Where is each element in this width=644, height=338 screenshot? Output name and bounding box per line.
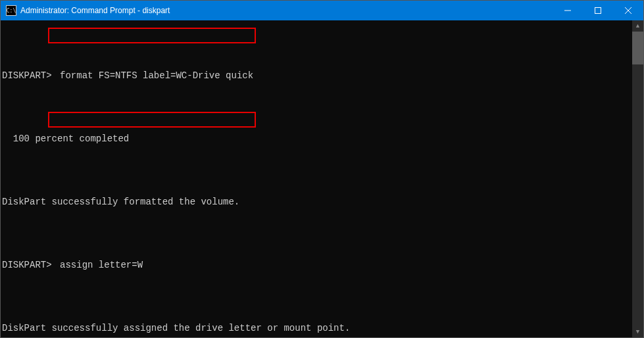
- terminal-line: DiskPart successfully assigned the drive…: [2, 318, 632, 338]
- terminal-line: DiskPart successfully formatted the volu…: [2, 191, 632, 212]
- command-text: format FS=NTFS label=WC-Drive quick: [57, 65, 256, 86]
- minimize-button[interactable]: [553, 1, 583, 20]
- output-text: DiskPart successfully assigned the drive…: [2, 318, 350, 338]
- terminal-line: DISKPART> format FS=NTFS label=WC-Drive …: [2, 65, 632, 86]
- output-text: DiskPart successfully formatted the volu…: [2, 191, 239, 212]
- highlight-box: [48, 28, 256, 43]
- vertical-scrollbar[interactable]: ▲ ▼: [632, 20, 643, 337]
- scroll-down-arrow[interactable]: ▼: [632, 326, 643, 337]
- terminal-output[interactable]: DISKPART> format FS=NTFS label=WC-Drive …: [1, 20, 632, 337]
- output-text: 100 percent completed: [2, 128, 129, 149]
- maximize-button[interactable]: [583, 1, 613, 20]
- window-title: Administrator: Command Prompt - diskpart: [20, 6, 170, 15]
- prompt: DISKPART>: [2, 254, 52, 276]
- cmd-icon: C:\: [6, 5, 16, 16]
- terminal-line: DISKPART> assign letter=W: [2, 254, 632, 276]
- prompt: DISKPART>: [2, 65, 52, 86]
- svg-rect-1: [595, 8, 601, 14]
- command-text: assign letter=W: [57, 254, 145, 276]
- scroll-thumb[interactable]: [632, 32, 643, 64]
- highlight-box: [48, 112, 256, 128]
- scroll-up-arrow[interactable]: ▲: [632, 20, 643, 32]
- titlebar[interactable]: C:\ Administrator: Command Prompt - disk…: [1, 1, 643, 20]
- close-button[interactable]: [613, 1, 643, 20]
- terminal-line: 100 percent completed: [2, 128, 632, 149]
